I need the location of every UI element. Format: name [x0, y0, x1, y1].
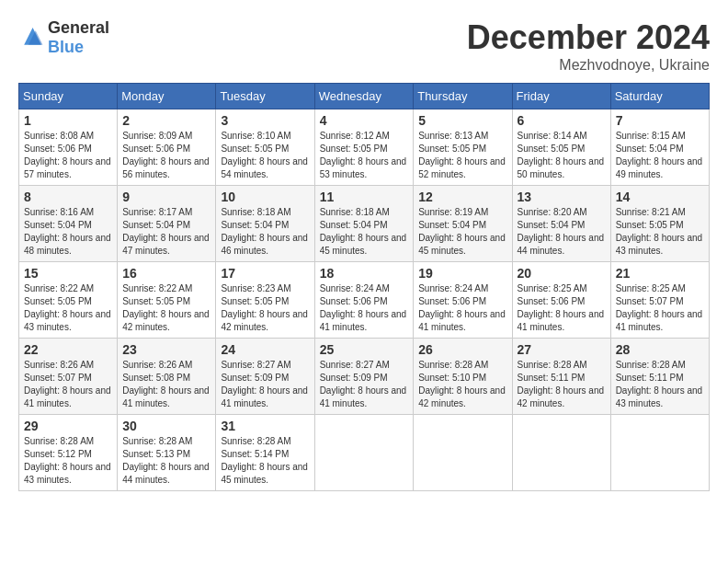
calendar-table: SundayMondayTuesdayWednesdayThursdayFrid… [18, 83, 710, 491]
day-number-27: 27 [518, 342, 606, 357]
day-number-25: 25 [320, 342, 409, 357]
day-number-10: 10 [221, 190, 309, 204]
day-cell-8: 8Sunrise: 8:16 AMSunset: 5:04 PMDaylight… [19, 186, 118, 262]
day-cell-23: 23Sunrise: 8:26 AMSunset: 5:08 PMDayligh… [118, 339, 216, 415]
day-cell-21: 21Sunrise: 8:25 AMSunset: 5:07 PMDayligh… [610, 262, 709, 339]
calendar-week-4: 22Sunrise: 8:26 AMSunset: 5:07 PMDayligh… [19, 339, 710, 415]
day-detail-8: Sunrise: 8:16 AMSunset: 5:04 PMDaylight:… [24, 206, 112, 258]
day-detail-12: Sunrise: 8:19 AMSunset: 5:04 PMDaylight:… [418, 206, 506, 258]
day-cell-26: 26Sunrise: 8:28 AMSunset: 5:10 PMDayligh… [414, 339, 512, 415]
day-number-23: 23 [122, 342, 210, 357]
day-number-12: 12 [418, 190, 506, 204]
empty-cell [610, 415, 709, 491]
day-detail-25: Sunrise: 8:27 AMSunset: 5:09 PMDaylight:… [320, 359, 409, 410]
day-detail-2: Sunrise: 8:09 AMSunset: 5:06 PMDaylight:… [122, 130, 210, 181]
day-number-26: 26 [418, 342, 506, 357]
day-detail-3: Sunrise: 8:10 AMSunset: 5:05 PMDaylight:… [221, 130, 309, 181]
empty-cell [314, 415, 414, 491]
empty-cell [414, 415, 512, 491]
day-number-5: 5 [418, 113, 506, 128]
day-cell-7: 7Sunrise: 8:15 AMSunset: 5:04 PMDaylight… [610, 109, 709, 186]
day-number-21: 21 [616, 266, 704, 281]
day-cell-16: 16Sunrise: 8:22 AMSunset: 5:05 PMDayligh… [118, 262, 216, 339]
day-detail-21: Sunrise: 8:25 AMSunset: 5:07 PMDaylight:… [616, 282, 704, 334]
day-cell-11: 11Sunrise: 8:18 AMSunset: 5:04 PMDayligh… [314, 186, 414, 262]
day-cell-20: 20Sunrise: 8:25 AMSunset: 5:06 PMDayligh… [512, 262, 610, 339]
logo-general: General [48, 18, 109, 37]
day-cell-1: 1Sunrise: 8:08 AMSunset: 5:06 PMDaylight… [19, 109, 118, 186]
day-cell-2: 2Sunrise: 8:09 AMSunset: 5:06 PMDaylight… [118, 109, 216, 186]
day-cell-24: 24Sunrise: 8:27 AMSunset: 5:09 PMDayligh… [216, 339, 314, 415]
day-number-29: 29 [24, 419, 112, 433]
day-cell-31: 31Sunrise: 8:28 AMSunset: 5:14 PMDayligh… [216, 415, 314, 491]
day-detail-14: Sunrise: 8:21 AMSunset: 5:05 PMDaylight:… [616, 206, 704, 258]
day-detail-30: Sunrise: 8:28 AMSunset: 5:13 PMDaylight:… [122, 435, 210, 487]
day-cell-6: 6Sunrise: 8:14 AMSunset: 5:05 PMDaylight… [512, 109, 610, 186]
column-header-thursday: Thursday [414, 84, 512, 109]
day-number-16: 16 [122, 266, 210, 281]
day-number-8: 8 [24, 190, 112, 204]
page-header: General Blue December 2024 Mezhvodnoye, … [18, 18, 710, 74]
column-header-friday: Friday [512, 84, 610, 109]
empty-cell [512, 415, 610, 491]
day-detail-23: Sunrise: 8:26 AMSunset: 5:08 PMDaylight:… [122, 359, 210, 410]
day-number-3: 3 [221, 113, 309, 128]
day-detail-24: Sunrise: 8:27 AMSunset: 5:09 PMDaylight:… [221, 359, 309, 410]
day-detail-4: Sunrise: 8:12 AMSunset: 5:05 PMDaylight:… [320, 130, 409, 181]
day-number-6: 6 [518, 113, 606, 128]
day-detail-20: Sunrise: 8:25 AMSunset: 5:06 PMDaylight:… [518, 282, 606, 334]
day-cell-10: 10Sunrise: 8:18 AMSunset: 5:04 PMDayligh… [216, 186, 314, 262]
day-cell-22: 22Sunrise: 8:26 AMSunset: 5:07 PMDayligh… [19, 339, 118, 415]
day-detail-28: Sunrise: 8:28 AMSunset: 5:11 PMDaylight:… [616, 359, 704, 410]
day-detail-7: Sunrise: 8:15 AMSunset: 5:04 PMDaylight:… [616, 130, 704, 181]
day-cell-30: 30Sunrise: 8:28 AMSunset: 5:13 PMDayligh… [118, 415, 216, 491]
day-number-4: 4 [320, 113, 409, 128]
logo: General Blue [18, 18, 109, 57]
day-number-11: 11 [320, 190, 409, 204]
day-detail-9: Sunrise: 8:17 AMSunset: 5:04 PMDaylight:… [122, 206, 210, 258]
column-header-tuesday: Tuesday [216, 84, 314, 109]
day-number-22: 22 [24, 342, 112, 357]
day-detail-6: Sunrise: 8:14 AMSunset: 5:05 PMDaylight:… [518, 130, 606, 181]
day-cell-4: 4Sunrise: 8:12 AMSunset: 5:05 PMDaylight… [314, 109, 414, 186]
day-cell-14: 14Sunrise: 8:21 AMSunset: 5:05 PMDayligh… [610, 186, 709, 262]
day-detail-17: Sunrise: 8:23 AMSunset: 5:05 PMDaylight:… [221, 282, 309, 334]
day-cell-9: 9Sunrise: 8:17 AMSunset: 5:04 PMDaylight… [118, 186, 216, 262]
day-cell-29: 29Sunrise: 8:28 AMSunset: 5:12 PMDayligh… [19, 415, 118, 491]
day-detail-22: Sunrise: 8:26 AMSunset: 5:07 PMDaylight:… [24, 359, 112, 410]
day-cell-27: 27Sunrise: 8:28 AMSunset: 5:11 PMDayligh… [512, 339, 610, 415]
day-cell-17: 17Sunrise: 8:23 AMSunset: 5:05 PMDayligh… [216, 262, 314, 339]
day-number-1: 1 [24, 113, 112, 128]
day-cell-15: 15Sunrise: 8:22 AMSunset: 5:05 PMDayligh… [19, 262, 118, 339]
day-number-18: 18 [320, 266, 409, 281]
day-number-24: 24 [221, 342, 309, 357]
day-number-14: 14 [616, 190, 704, 204]
day-number-28: 28 [616, 342, 704, 357]
day-cell-25: 25Sunrise: 8:27 AMSunset: 5:09 PMDayligh… [314, 339, 414, 415]
month-title: December 2024 [467, 18, 710, 57]
day-number-31: 31 [221, 419, 309, 433]
day-cell-28: 28Sunrise: 8:28 AMSunset: 5:11 PMDayligh… [610, 339, 709, 415]
day-number-9: 9 [122, 190, 210, 204]
logo-blue: Blue [48, 38, 84, 56]
day-detail-31: Sunrise: 8:28 AMSunset: 5:14 PMDaylight:… [221, 435, 309, 487]
day-number-17: 17 [221, 266, 309, 281]
title-area: December 2024 Mezhvodnoye, Ukraine [467, 18, 710, 74]
day-number-15: 15 [24, 266, 112, 281]
calendar-week-3: 15Sunrise: 8:22 AMSunset: 5:05 PMDayligh… [19, 262, 710, 339]
day-cell-5: 5Sunrise: 8:13 AMSunset: 5:05 PMDaylight… [414, 109, 512, 186]
day-number-2: 2 [122, 113, 210, 128]
day-number-20: 20 [518, 266, 606, 281]
day-detail-13: Sunrise: 8:20 AMSunset: 5:04 PMDaylight:… [518, 206, 606, 258]
day-cell-3: 3Sunrise: 8:10 AMSunset: 5:05 PMDaylight… [216, 109, 314, 186]
day-detail-26: Sunrise: 8:28 AMSunset: 5:10 PMDaylight:… [418, 359, 506, 410]
calendar-week-5: 29Sunrise: 8:28 AMSunset: 5:12 PMDayligh… [19, 415, 710, 491]
day-number-13: 13 [518, 190, 606, 204]
day-cell-18: 18Sunrise: 8:24 AMSunset: 5:06 PMDayligh… [314, 262, 414, 339]
column-header-saturday: Saturday [610, 84, 709, 109]
day-detail-11: Sunrise: 8:18 AMSunset: 5:04 PMDaylight:… [320, 206, 409, 258]
day-detail-29: Sunrise: 8:28 AMSunset: 5:12 PMDaylight:… [24, 435, 112, 487]
column-header-sunday: Sunday [19, 84, 118, 109]
day-detail-5: Sunrise: 8:13 AMSunset: 5:05 PMDaylight:… [418, 130, 506, 181]
day-number-7: 7 [616, 113, 704, 128]
